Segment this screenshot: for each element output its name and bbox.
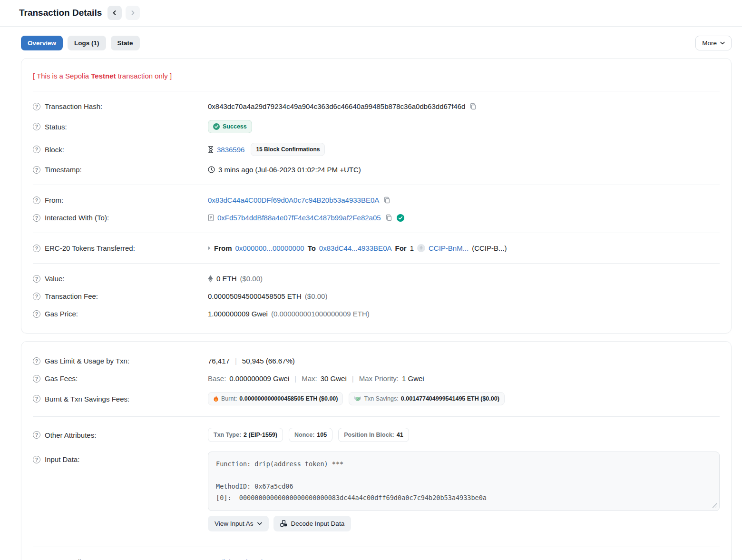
erc20-for-label: For (395, 244, 406, 252)
help-icon[interactable]: ? (33, 245, 40, 252)
gas-used-value: 50,945 (66.67%) (242, 357, 295, 365)
value-amount: 0 ETH (216, 275, 237, 283)
details-card: ? Gas Limit & Usage by Txn: 76,417 | 50,… (21, 341, 732, 560)
nonce-badge: Nonce: 105 (289, 428, 332, 442)
testnet-notice-suffix: transaction only ] (116, 72, 172, 80)
check-circle-icon (213, 123, 220, 130)
tabs-row: Overview Logs (1) State More (21, 36, 732, 50)
gas-price-row: ? Gas Price: 1.000000009 Gwei (0.0000000… (33, 305, 720, 323)
other-attributes-row: ? Other Attributes: Txn Type: 2 (EIP-155… (33, 423, 720, 447)
verified-check-icon (397, 214, 404, 222)
copy-icon (385, 214, 392, 221)
tx-hash-row: ? Transaction Hash: 0x843dc70a4a29d79234… (33, 98, 720, 115)
block-label: Block: (45, 146, 64, 154)
burnt-fee-label: Burnt: (221, 395, 237, 402)
tab-logs[interactable]: Logs (1) (68, 36, 106, 50)
more-dropdown-button[interactable]: More (695, 36, 732, 50)
gas-limit-value: 76,417 (208, 357, 230, 365)
testnet-notice: [ This is a Sepolia Testnet transaction … (33, 69, 720, 85)
gas-price-label: Gas Price: (45, 310, 78, 318)
copy-from-address-button[interactable] (382, 196, 391, 204)
decode-input-data-label: Decode Input Data (291, 520, 345, 527)
eth-icon (208, 275, 213, 283)
erc20-to-label: To (308, 244, 316, 252)
decode-input-data-button[interactable]: Decode Input Data (273, 516, 351, 531)
help-icon[interactable]: ? (33, 293, 40, 300)
position-in-block-value: 41 (397, 432, 403, 438)
status-badge-label: Success (223, 123, 247, 130)
nonce-value: 105 (317, 432, 327, 438)
help-icon[interactable]: ? (33, 456, 40, 463)
input-data-label: Input Data: (45, 455, 79, 463)
help-icon[interactable]: ? (33, 123, 40, 130)
view-input-as-label: View Input As (215, 520, 254, 527)
block-row: ? Block: 3836596 15 Block Confirmations (33, 138, 720, 161)
burnt-fee-value: 0.000000000000458505 ETH ($0.00) (239, 395, 338, 402)
page-header: Transaction Details (0, 0, 742, 27)
gas-limit-label: Gas Limit & Usage by Txn: (45, 357, 129, 365)
block-number-link[interactable]: 3836596 (217, 146, 244, 154)
block-confirmations-badge: 15 Block Confirmations (251, 143, 325, 156)
more-dropdown-label: More (702, 39, 717, 47)
erc20-from-label: From (214, 244, 232, 252)
erc20-to-address-link[interactable]: 0x83dC44...4933BE0A (319, 244, 392, 252)
erc20-from-address-link[interactable]: 0x000000...00000000 (235, 244, 304, 252)
gas-price-amount: 1.000000009 Gwei (208, 310, 268, 318)
transaction-fee-label: Transaction Fee: (45, 292, 98, 300)
help-icon[interactable]: ? (33, 310, 40, 318)
testnet-notice-bold: Testnet (91, 72, 116, 80)
help-icon[interactable]: ? (33, 375, 40, 383)
erc20-token-link[interactable]: CCIP-BnM... (429, 244, 469, 252)
interacted-with-label: Interacted With (To): (45, 214, 109, 222)
transaction-fee-amount: 0.000050945000458505 ETH (208, 292, 302, 300)
more-details-row: More Details: — Click to show less (33, 553, 720, 560)
gas-limit-row: ? Gas Limit & Usage by Txn: 76,417 | 50,… (33, 352, 720, 370)
to-address-link[interactable]: 0xFd57b4ddBf88a4e07fF4e34C487b99af2Fe82a… (217, 214, 381, 222)
tab-bar: Overview Logs (1) State (21, 36, 140, 50)
chevron-down-icon (257, 522, 262, 525)
from-address-link[interactable]: 0x83dC44a4C00DFf69d0A0c7c94B20b53a4933BE… (208, 196, 379, 204)
help-icon[interactable]: ? (33, 214, 40, 222)
resize-handle[interactable] (713, 503, 717, 508)
help-icon[interactable]: ? (33, 146, 40, 153)
chevron-right-icon (130, 10, 136, 16)
click-to-show-less-link[interactable]: — Click to show less (208, 558, 273, 560)
gas-fees-row: ? Gas Fees: Base: 0.000000009 Gwei | Max… (33, 370, 720, 387)
help-icon[interactable]: ? (33, 166, 40, 174)
view-input-as-button[interactable]: View Input As (208, 516, 269, 531)
txn-savings-value: 0.001477404999541495 ETH ($0.00) (401, 395, 499, 402)
value-label: Value: (45, 275, 64, 283)
status-row: ? Status: Success (33, 115, 720, 138)
hourglass-icon (208, 146, 214, 153)
copy-tx-hash-button[interactable] (469, 103, 478, 110)
help-icon[interactable]: ? (33, 275, 40, 283)
previous-transaction-button[interactable] (107, 6, 122, 20)
copy-to-address-button[interactable] (384, 214, 393, 221)
help-icon[interactable]: ? (33, 357, 40, 365)
interacted-with-row: ? Interacted With (To): 0xFd57b4ddBf88a4… (33, 209, 720, 226)
tab-state[interactable]: State (111, 36, 140, 50)
input-data-textarea[interactable]: Function: drip(address token) *** Method… (208, 452, 720, 511)
help-icon[interactable]: ? (33, 431, 40, 439)
txn-savings-badge: Txn Savings: 0.001477404999541495 ETH ($… (349, 392, 504, 405)
caret-right-icon[interactable] (208, 246, 211, 250)
gas-fees-max-value: 30 Gwei (321, 374, 347, 383)
tx-nav-buttons (107, 6, 140, 20)
value-usd: ($0.00) (240, 275, 263, 283)
clock-icon (208, 166, 215, 173)
help-icon[interactable]: ? (33, 395, 40, 403)
gas-fees-priority-value: 1 Gwei (402, 374, 424, 383)
erc20-transfers-label: ERC-20 Tokens Transferred: (45, 244, 135, 252)
status-badge: Success (208, 120, 252, 133)
from-row: ? From: 0x83dC44a4C00DFf69d0A0c7c94B20b5… (33, 191, 720, 209)
tx-hash-value: 0x843dc70a4a29d79234c49a904c363d6c46640a… (208, 102, 465, 110)
txn-type-value: 2 (EIP-1559) (244, 432, 277, 438)
tx-hash-label: Transaction Hash: (45, 102, 102, 110)
tab-overview[interactable]: Overview (21, 36, 63, 50)
contract-icon (208, 214, 214, 221)
gas-fees-priority-label: Max Priority: (359, 374, 399, 383)
gas-fees-label: Gas Fees: (45, 374, 78, 383)
help-icon[interactable]: ? (33, 103, 40, 110)
next-transaction-button[interactable] (126, 6, 140, 20)
help-icon[interactable]: ? (33, 196, 40, 204)
